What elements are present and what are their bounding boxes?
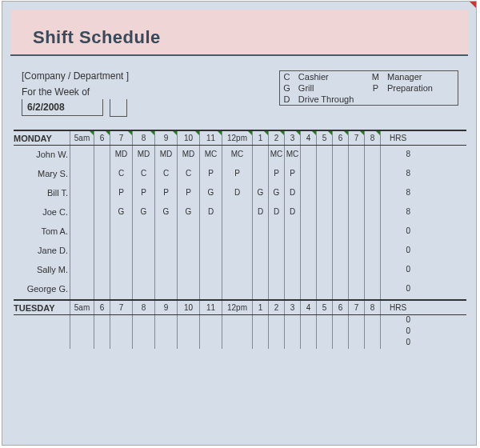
shift-cell[interactable] [70,326,94,338]
shift-cell[interactable] [94,203,110,222]
shift-cell[interactable] [284,261,300,280]
shift-cell[interactable] [364,184,380,203]
shift-cell[interactable] [252,315,268,326]
shift-cell[interactable] [284,222,300,242]
shift-cell[interactable] [332,326,348,338]
shift-cell[interactable] [70,203,94,222]
shift-cell[interactable] [222,315,252,326]
shift-cell[interactable]: G [177,203,199,222]
shift-cell[interactable]: MD [110,146,132,165]
shift-cell[interactable] [94,165,110,184]
shift-cell[interactable] [300,261,316,280]
shift-cell[interactable] [177,261,199,280]
shift-cell[interactable] [316,203,332,222]
shift-cell[interactable] [110,280,132,299]
shift-cell[interactable]: G [252,184,268,203]
shift-cell[interactable] [94,315,110,326]
shift-cell[interactable] [132,222,154,242]
shift-cell[interactable] [94,242,110,261]
shift-cell[interactable] [364,222,380,242]
shift-cell[interactable] [300,203,316,222]
shift-cell[interactable]: G [199,184,222,203]
shift-cell[interactable]: MD [177,146,199,165]
shift-cell[interactable] [364,165,380,184]
shift-cell[interactable] [154,315,177,326]
shift-cell[interactable] [332,165,348,184]
shift-cell[interactable] [348,242,364,261]
shift-cell[interactable] [70,165,94,184]
shift-cell[interactable]: MD [132,146,154,165]
shift-cell[interactable] [364,203,380,222]
shift-cell[interactable] [316,338,332,349]
shift-cell[interactable] [94,280,110,299]
shift-cell[interactable] [300,280,316,299]
shift-cell[interactable] [222,338,252,349]
shift-cell[interactable] [70,280,94,299]
shift-cell[interactable]: P [132,184,154,203]
shift-cell[interactable] [348,326,364,338]
shift-cell[interactable] [284,280,300,299]
shift-cell[interactable] [222,222,252,242]
shift-cell[interactable] [268,315,284,326]
shift-cell[interactable]: MC [268,146,284,165]
shift-cell[interactable] [348,280,364,299]
shift-cell[interactable] [316,280,332,299]
shift-cell[interactable]: P [222,165,252,184]
shift-cell[interactable]: MD [154,146,177,165]
shift-cell[interactable] [132,326,154,338]
shift-cell[interactable] [316,326,332,338]
shift-cell[interactable] [252,261,268,280]
shift-cell[interactable] [300,184,316,203]
shift-cell[interactable] [316,261,332,280]
shift-cell[interactable]: C [110,165,132,184]
shift-cell[interactable] [94,222,110,242]
shift-cell[interactable] [70,222,94,242]
shift-cell[interactable]: P [154,184,177,203]
shift-cell[interactable] [348,338,364,349]
shift-cell[interactable] [154,338,177,349]
shift-cell[interactable] [300,146,316,165]
date-picker-button[interactable] [110,99,127,117]
shift-cell[interactable] [222,261,252,280]
shift-cell[interactable] [177,338,199,349]
shift-cell[interactable] [268,338,284,349]
shift-cell[interactable] [132,242,154,261]
shift-cell[interactable] [222,203,252,222]
shift-cell[interactable] [284,315,300,326]
shift-cell[interactable]: MC [222,146,252,165]
shift-cell[interactable]: P [284,165,300,184]
shift-cell[interactable]: D [284,203,300,222]
shift-cell[interactable] [70,315,94,326]
shift-cell[interactable] [110,261,132,280]
shift-cell[interactable] [348,203,364,222]
shift-cell[interactable]: D [222,184,252,203]
shift-cell[interactable] [70,261,94,280]
shift-cell[interactable] [94,261,110,280]
shift-cell[interactable] [284,326,300,338]
shift-cell[interactable]: D [252,203,268,222]
shift-cell[interactable] [348,315,364,326]
shift-cell[interactable]: C [154,165,177,184]
shift-cell[interactable] [110,222,132,242]
shift-cell[interactable] [154,280,177,299]
shift-cell[interactable]: D [268,203,284,222]
shift-cell[interactable] [70,146,94,165]
shift-cell[interactable] [177,222,199,242]
shift-cell[interactable] [316,242,332,261]
shift-cell[interactable] [154,326,177,338]
shift-cell[interactable] [332,242,348,261]
shift-cell[interactable] [316,165,332,184]
shift-cell[interactable] [364,146,380,165]
shift-cell[interactable] [94,146,110,165]
shift-cell[interactable]: C [177,165,199,184]
shift-cell[interactable] [284,338,300,349]
shift-cell[interactable] [268,222,284,242]
shift-cell[interactable] [252,222,268,242]
shift-cell[interactable] [110,242,132,261]
shift-cell[interactable] [348,165,364,184]
shift-cell[interactable] [332,338,348,349]
shift-cell[interactable] [300,338,316,349]
shift-cell[interactable]: P [268,165,284,184]
shift-cell[interactable] [199,315,222,326]
shift-cell[interactable] [70,242,94,261]
